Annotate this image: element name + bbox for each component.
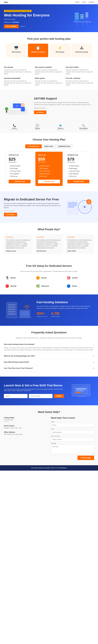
cta-form: SUBMIT	[4, 394, 64, 398]
tweet-title: Tweet us	[50, 128, 71, 129]
stat-growth: 300+ Growth year on year	[36, 312, 47, 320]
faq-question-text-1: Does web hosting include a free domain?	[4, 344, 35, 345]
migrate-section: Migrate to Dedicated Server For Free Dui…	[0, 191, 98, 223]
nav-links: Home About Contact	[75, 1, 94, 3]
feature-one-click-title: One-click installs	[66, 66, 94, 68]
vps-hosting-label: VPS Hosting	[52, 51, 68, 53]
feature-site-transfers-title: Site transfers available	[35, 66, 63, 68]
stat-websites-value: 4.7M	[51, 312, 60, 316]
tab-starter[interactable]: STARTER PLAN	[25, 144, 42, 148]
testimonials-grid: ★★★★★ Proin sed libero sem tortor faucib…	[4, 234, 94, 254]
debian-label: Debian	[10, 277, 16, 279]
faq-icon-1: −	[93, 343, 94, 346]
faq-intro: Sample text. Click to select the text bo…	[4, 337, 94, 339]
hero-section: Don't miss limited-time savings. Savings…	[0, 4, 98, 32]
stat-websites: 4.7M Hosted Websites	[51, 312, 60, 320]
faq-item-3[interactable]: Does Web Hosting Include Email? +	[4, 359, 94, 365]
help-right: Need help? Get in touch Name Email Phone…	[51, 417, 94, 460]
baby-label: BABY PLAN	[38, 154, 60, 156]
migrate-cta[interactable]: Free Migrate	[4, 213, 17, 216]
contact-send-button[interactable]: Find Message	[78, 456, 94, 460]
feature-free-domain-text: Duis aute irure dolor in reprehenderit i…	[4, 69, 32, 75]
web-hosting-label: Web Hosting	[8, 51, 25, 53]
support-section: 24/7 24/7/365 Support Duis aute irure do…	[0, 90, 98, 121]
feature-one-click: One-click installs Duis aute irure dolor…	[66, 66, 94, 75]
pricing-cards: STARTER PLAN $25 PER MONTH Unlimited Sup…	[4, 152, 94, 186]
wordpress-hosting-icon: 📋	[30, 46, 46, 50]
cta-name-input[interactable]	[4, 394, 28, 398]
migrate-credit: Image from Freepik	[4, 210, 62, 212]
support-cta-button[interactable]: Get Started	[34, 110, 46, 114]
cta-submit-button[interactable]: SUBMIT	[54, 394, 64, 398]
chat-detail: Live Chat	[27, 129, 48, 130]
cta-content: Launch Now & Get a Free $100 Trial Bonus…	[4, 384, 64, 398]
support-title: 24/7/365 Support	[34, 97, 94, 100]
contact-email-input[interactable]	[51, 430, 94, 434]
svg-rect-48	[76, 388, 86, 390]
business-cta[interactable]: CHOOSE PLAN	[68, 180, 90, 183]
dedicated-hosting-arrow: ↓	[73, 54, 90, 55]
hero-cta-button[interactable]: GET STARTED	[4, 24, 19, 28]
feature-bandwidth-text: Duis aute irure dolor in reprehenderit i…	[4, 80, 32, 86]
support-text: Duis aute irure dolor in reprehenderit i…	[34, 102, 94, 106]
svg-point-23	[21, 103, 25, 107]
os-section: Free OS Setup for Dedicated Servers Need…	[0, 259, 98, 294]
hosting-card-web[interactable]: 🖥️ Web Hosting ↓	[6, 44, 26, 57]
support-tweet[interactable]: 🐦 Tweet us @HostSupport	[50, 124, 71, 130]
feature-one-click-text: Duis aute irure dolor in reprehenderit i…	[66, 69, 94, 75]
faq-item-2[interactable]: What are the hosting packages you offer?…	[4, 353, 94, 359]
centos-icon: 🎯	[67, 276, 70, 280]
support-credit: Image from Freepik	[34, 107, 94, 109]
baby-cta[interactable]: CHOOSE PLAN	[38, 180, 60, 183]
stat-growth-label: Growth year on year	[36, 316, 47, 318]
contact-message-input[interactable]	[51, 444, 94, 454]
nav-contact[interactable]: Contact	[89, 1, 94, 3]
pricing-section: Choose Your Hosting Plan STARTER PLAN BA…	[0, 133, 98, 191]
fast-hosting-section: Fast Hosting Solutions Duis aute irure d…	[0, 294, 98, 326]
author-1: Shelby Larson	[6, 250, 30, 252]
feature-site-transfers: Site transfers available Duis aute irure…	[35, 66, 63, 75]
svg-rect-37	[8, 304, 16, 306]
cta-email-input[interactable]	[29, 394, 52, 398]
svg-point-45	[26, 308, 27, 309]
tweet-detail: @HostSupport	[50, 129, 71, 130]
service-hours-title: Service Hours	[4, 425, 47, 427]
pricing-tabs: STARTER PLAN BABY PLAN BUSINESS PLAN	[4, 144, 94, 148]
review-text-2: Proin sed libero sem tortor faucibus lac…	[37, 239, 61, 249]
faq-item-1[interactable]: Does web hosting include a free domain? …	[4, 341, 94, 353]
tab-business[interactable]: BUSINESS PLAN	[56, 144, 73, 148]
hero-price-value: $4.99/mo!	[13, 22, 19, 23]
starter-features: Unlimited Support 5GB Storage 2 Clien pe…	[8, 165, 30, 178]
navbar: logo Home About Contact	[0, 0, 98, 4]
support-chat[interactable]: 💬 Chat us Live Chat	[27, 124, 48, 130]
migrate-content: Migrate to Dedicated Server For Free Dui…	[4, 198, 62, 216]
svg-rect-49	[76, 390, 84, 391]
contact-phone-input[interactable]	[51, 438, 94, 441]
svg-point-26	[5, 107, 8, 110]
stars-2: ★★★★★	[37, 236, 61, 238]
hosting-card-wordpress[interactable]: 📋 WordPress Hosting ↓	[28, 44, 48, 57]
ubuntu-icon: 🟠	[36, 276, 40, 280]
contact-name-input[interactable]	[51, 423, 94, 427]
hero-price-label: Starting as only	[4, 22, 13, 23]
hosting-picks-section: Pick your perfect web hosting plan 🖥️ We…	[0, 32, 98, 62]
office-address: Office Address 302 Paradise Drive Texas,…	[4, 431, 47, 435]
hosting-cards: 🖥️ Web Hosting ↓ 📋 WordPress Hosting ↓ ⚡…	[4, 44, 94, 57]
hosting-card-vps[interactable]: ⚡ VPS Hosting ↓	[50, 44, 70, 57]
testimonials-title: What People Say?	[4, 228, 94, 231]
migrate-image: ▶ 🖥	[65, 196, 94, 218]
faq-item-4[interactable]: Can I Test Drive Any of Your Products? +	[4, 365, 94, 371]
svg-rect-11	[86, 14, 88, 14]
svg-text:▶: ▶	[84, 205, 86, 208]
hosting-card-dedicated[interactable]: 🖧 Dedicated Hosting ↓	[72, 44, 92, 57]
starter-cta[interactable]: CHOOSE PLAN	[8, 180, 30, 183]
tab-baby[interactable]: BABY PLAN	[42, 144, 56, 148]
support-find[interactable]: 🔍 Find answers Knowledgebase	[73, 124, 94, 130]
ubuntu-label: Ubuntu	[41, 277, 47, 279]
nav-about[interactable]: About	[82, 1, 86, 3]
nav-home[interactable]: Home	[75, 1, 79, 3]
contact-sales-title: Contact Sales	[4, 417, 47, 419]
svg-rect-38	[8, 306, 16, 308]
svg-rect-44	[18, 317, 31, 318]
call-title: Call us	[4, 128, 25, 129]
